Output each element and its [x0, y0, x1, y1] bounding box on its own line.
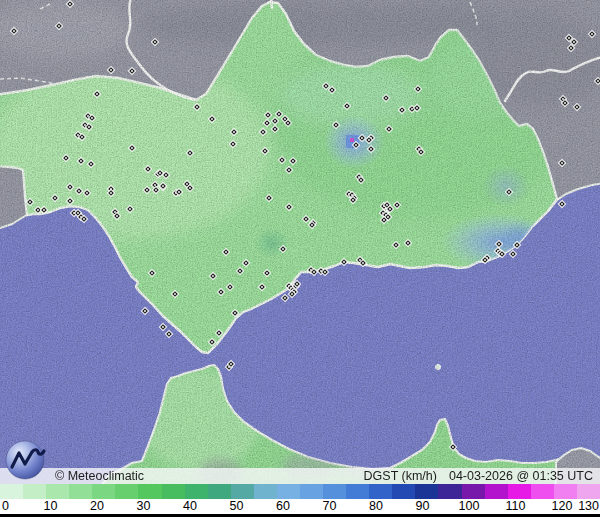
- scale-segment: [346, 484, 369, 499]
- scale-segment: [185, 484, 208, 499]
- scale-tick-label: 20: [90, 499, 104, 514]
- scale-segment: [300, 484, 323, 499]
- scale-tick-label: 60: [276, 499, 290, 514]
- scale-tick-label: 30: [137, 499, 151, 514]
- map-area: © Meteoclimatic DGST (km/h) 04-03-2026 @…: [0, 0, 600, 484]
- scale-segment: [69, 484, 92, 499]
- wind-gust-legend: 0102030405060708090100110120130: [0, 484, 600, 517]
- noise-light: [0, 0, 600, 484]
- scale-segment: [438, 484, 461, 499]
- footer-bar: © Meteoclimatic DGST (km/h) 04-03-2026 @…: [0, 468, 600, 484]
- meteoclimatic-gust-map: © Meteoclimatic DGST (km/h) 04-03-2026 @…: [0, 0, 600, 517]
- scale-segment: [23, 484, 46, 499]
- scale-segment: [115, 484, 138, 499]
- scale-segment: [277, 484, 300, 499]
- scale-segment: [0, 484, 23, 499]
- scale-tick-label: 50: [230, 499, 244, 514]
- scale-tick-label: 40: [183, 499, 197, 514]
- timestamp-label: 04-03-2026 @ 01:35 UTC: [449, 469, 593, 483]
- scale-labels: 0102030405060708090100110120130: [0, 499, 600, 514]
- scale-tick-label: 80: [369, 499, 383, 514]
- scale-segment: [231, 484, 254, 499]
- scale-gradient: [0, 484, 600, 499]
- footer-right: DGST (km/h) 04-03-2026 @ 01:35 UTC: [364, 469, 593, 483]
- scale-segment: [415, 484, 438, 499]
- meteoclimatic-logo[interactable]: [5, 440, 47, 484]
- scale-tick-label: 110: [506, 499, 526, 514]
- scale-segment: [554, 484, 577, 499]
- scale-tick-label: 10: [44, 499, 58, 514]
- scale-tick-label: 0: [2, 499, 9, 514]
- scale-tick-label: 130: [578, 499, 599, 514]
- scale-segment: [485, 484, 508, 499]
- scale-tick-label: 70: [323, 499, 337, 514]
- scale-segment: [462, 484, 485, 499]
- scale-segment: [369, 484, 392, 499]
- scale-segment: [577, 484, 600, 499]
- scale-segment: [208, 484, 231, 499]
- basemap: [0, 0, 600, 484]
- scale-segment: [162, 484, 185, 499]
- scale-segment: [531, 484, 554, 499]
- scale-segment: [46, 484, 69, 499]
- scale-segment: [138, 484, 161, 499]
- scale-tick-label: 100: [459, 499, 480, 514]
- scale-segment: [254, 484, 277, 499]
- scale-segment: [92, 484, 115, 499]
- logo-sphere: [6, 441, 44, 479]
- copyright-link[interactable]: © Meteoclimatic: [55, 469, 144, 483]
- scale-segment: [323, 484, 346, 499]
- scale-segment: [508, 484, 531, 499]
- scale-tick-label: 90: [416, 499, 430, 514]
- scale-segment: [392, 484, 415, 499]
- scale-tick-label: 120: [552, 499, 573, 514]
- product-label: DGST (km/h): [364, 469, 437, 483]
